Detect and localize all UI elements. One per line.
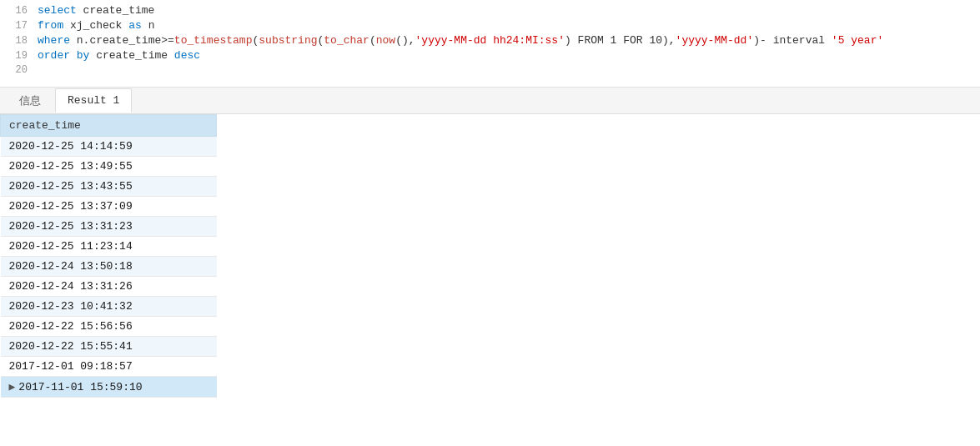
code-line: 19order by create_time desc: [0, 48, 980, 63]
table-row[interactable]: 2017-12-01 09:18:57: [1, 357, 217, 377]
code-line: 20: [0, 63, 980, 78]
tabs-bar: 信息 Result 1: [0, 88, 980, 114]
tab-result[interactable]: Result 1: [55, 88, 132, 113]
cell-value: 2017-12-01 09:18:57: [1, 357, 217, 377]
table-row[interactable]: 2020-12-25 14:14:59: [1, 137, 217, 157]
cell-value: 2020-12-25 11:23:14: [1, 237, 217, 257]
editor-area: 16select create_time17from xj_check as n…: [0, 0, 980, 88]
line-content: order by create_time desc: [38, 49, 980, 62]
line-number: 17: [0, 20, 38, 32]
result-area: create_time 2020-12-25 14:14:592020-12-2…: [0, 114, 980, 443]
code-line: 17from xj_check as n: [0, 18, 980, 33]
table-row[interactable]: 2020-12-25 13:37:09: [1, 197, 217, 217]
cell-value: 2020-12-24 13:31:26: [1, 277, 217, 297]
table-row[interactable]: 2020-12-23 10:41:32: [1, 297, 217, 317]
table-row[interactable]: 2020-12-25 13:49:55: [1, 157, 217, 177]
table-row[interactable]: 2020-12-22 15:56:56: [1, 317, 217, 337]
cell-value: 2020-12-25 13:43:55: [1, 177, 217, 197]
tab-info[interactable]: 信息: [7, 88, 53, 114]
line-content: select create_time: [38, 4, 980, 17]
code-line: 16select create_time: [0, 3, 980, 18]
line-content: where n.create_time>=to_timestamp(substr…: [38, 34, 980, 47]
row-indicator-icon: ▶: [9, 380, 16, 393]
line-number: 18: [0, 35, 38, 47]
cell-value: 2020-12-24 13:50:18: [1, 257, 217, 277]
cell-value: 2020-12-22 15:56:56: [1, 317, 217, 337]
cell-value: 2020-12-25 13:31:23: [1, 217, 217, 237]
table-row[interactable]: 2020-12-25 13:31:23: [1, 217, 217, 237]
table-row[interactable]: 2020-12-22 15:55:41: [1, 337, 217, 357]
table-row[interactable]: 2020-12-25 11:23:14: [1, 237, 217, 257]
cell-value: 2020-12-23 10:41:32: [1, 297, 217, 317]
table-row[interactable]: ▶2017-11-01 15:59:10: [1, 377, 217, 398]
result-table: create_time 2020-12-25 14:14:592020-12-2…: [0, 114, 217, 398]
cell-value: ▶2017-11-01 15:59:10: [1, 377, 217, 398]
line-number: 16: [0, 5, 38, 17]
cell-value: 2020-12-25 13:49:55: [1, 157, 217, 177]
code-line: 18where n.create_time>=to_timestamp(subs…: [0, 33, 980, 48]
line-content: from xj_check as n: [38, 19, 980, 32]
cell-value: 2020-12-22 15:55:41: [1, 337, 217, 357]
line-number: 19: [0, 50, 38, 62]
cell-value: 2020-12-25 13:37:09: [1, 197, 217, 217]
line-number: 20: [0, 64, 38, 76]
column-header: create_time: [1, 115, 217, 137]
cell-value: 2020-12-25 14:14:59: [1, 137, 217, 157]
table-row[interactable]: 2020-12-24 13:50:18: [1, 257, 217, 277]
table-row[interactable]: 2020-12-24 13:31:26: [1, 277, 217, 297]
table-row[interactable]: 2020-12-25 13:43:55: [1, 177, 217, 197]
